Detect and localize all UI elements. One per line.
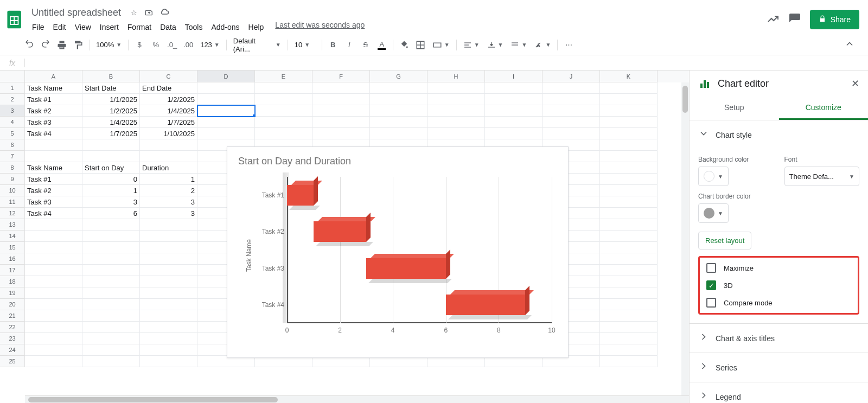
sheets-logo[interactable] <box>4 9 26 30</box>
cell[interactable]: End Date <box>140 82 197 94</box>
cell[interactable] <box>82 310 140 322</box>
cell[interactable] <box>82 299 140 310</box>
cell[interactable] <box>25 253 82 265</box>
cell[interactable] <box>140 344 197 356</box>
valign-dropdown[interactable]: ▼ <box>484 41 507 49</box>
cell[interactable] <box>600 219 658 231</box>
cell[interactable] <box>600 265 658 276</box>
col-header[interactable]: G <box>370 71 427 82</box>
cell[interactable] <box>542 94 600 105</box>
print-icon[interactable] <box>54 37 69 53</box>
row-header[interactable]: 8 <box>0 162 25 174</box>
cell[interactable] <box>600 162 658 174</box>
cell[interactable] <box>140 151 197 162</box>
horizontal-scrollbar[interactable] <box>25 395 689 403</box>
menu-edit[interactable]: Edit <box>49 21 70 34</box>
cell[interactable] <box>542 128 600 139</box>
row-header[interactable]: 7 <box>0 151 25 162</box>
cell[interactable] <box>82 219 140 231</box>
section-series[interactable]: Series <box>690 353 868 382</box>
row-header[interactable]: 9 <box>0 174 25 185</box>
cell[interactable] <box>600 310 658 322</box>
cell[interactable] <box>25 310 82 322</box>
cell[interactable] <box>25 299 82 310</box>
cell[interactable] <box>600 253 658 265</box>
cell[interactable]: Task Name <box>25 82 82 94</box>
row-header[interactable]: 14 <box>0 231 25 242</box>
cell[interactable]: Task #2 <box>25 185 82 196</box>
activity-icon[interactable] <box>767 12 780 27</box>
row-header[interactable]: 24 <box>0 344 25 356</box>
cell[interactable] <box>255 128 312 139</box>
cell[interactable]: Start Date <box>82 82 140 94</box>
cell[interactable] <box>82 139 140 151</box>
section-legend[interactable]: Legend <box>690 382 868 403</box>
cell[interactable] <box>25 333 82 344</box>
checkbox-maximize[interactable]: Maximize <box>706 263 851 273</box>
row-header[interactable]: 21 <box>0 310 25 322</box>
row-header[interactable]: 19 <box>0 287 25 299</box>
cell[interactable] <box>485 82 542 94</box>
cell[interactable] <box>140 231 197 242</box>
menu-format[interactable]: Format <box>124 21 155 34</box>
cell[interactable]: 2 <box>140 185 197 196</box>
cell[interactable] <box>25 344 82 356</box>
menu-help[interactable]: Help <box>245 21 268 34</box>
section-chart-axis-titles[interactable]: Chart & axis titles <box>690 324 868 353</box>
cell[interactable] <box>600 287 658 299</box>
col-header[interactable]: C <box>140 71 197 82</box>
cell[interactable]: Task #3 <box>25 196 82 208</box>
cell[interactable] <box>427 117 485 128</box>
row-header[interactable]: 5 <box>0 128 25 139</box>
cloud-icon[interactable] <box>159 7 170 18</box>
border-color-button[interactable]: ▼ <box>698 203 729 223</box>
cell[interactable] <box>82 356 140 367</box>
bold-icon[interactable]: B <box>326 37 341 53</box>
row-header[interactable]: 22 <box>0 322 25 333</box>
cell[interactable] <box>600 105 658 117</box>
cell[interactable] <box>82 231 140 242</box>
cell[interactable]: 3 <box>140 196 197 208</box>
cell[interactable] <box>140 242 197 253</box>
cell[interactable] <box>25 242 82 253</box>
cell[interactable] <box>82 253 140 265</box>
cell[interactable] <box>255 82 312 94</box>
cell[interactable] <box>542 105 600 117</box>
cell[interactable] <box>600 82 658 94</box>
cell[interactable] <box>25 322 82 333</box>
cell[interactable] <box>140 253 197 265</box>
cell[interactable] <box>82 333 140 344</box>
cell[interactable]: 1/4/2025 <box>140 105 197 117</box>
halign-dropdown[interactable]: ▼ <box>460 41 483 49</box>
row-header[interactable]: 17 <box>0 265 25 276</box>
col-header[interactable]: B <box>82 71 140 82</box>
cell[interactable] <box>25 231 82 242</box>
cell[interactable]: Task #4 <box>25 208 82 219</box>
col-header[interactable]: J <box>542 71 600 82</box>
close-icon[interactable]: ✕ <box>851 78 859 89</box>
cell[interactable] <box>600 151 658 162</box>
embedded-chart[interactable]: Start on Day and Duration Task Name 0246… <box>227 146 569 358</box>
cell[interactable]: Task #3 <box>25 117 82 128</box>
cell[interactable] <box>25 287 82 299</box>
paint-format-icon[interactable] <box>71 37 86 53</box>
merge-dropdown[interactable]: ▼ <box>429 40 453 50</box>
col-header[interactable]: H <box>427 71 485 82</box>
menu-addons[interactable]: Add-ons <box>207 21 243 34</box>
text-color-icon[interactable]: A <box>374 37 390 53</box>
strikethrough-icon[interactable]: S <box>358 37 373 53</box>
cell[interactable] <box>82 242 140 253</box>
cell[interactable]: 1/10/2025 <box>140 128 197 139</box>
cell[interactable]: Task Name <box>25 162 82 174</box>
more-tools-icon[interactable]: ⋯ <box>561 37 576 53</box>
cell[interactable] <box>485 128 542 139</box>
more-formats-dropdown[interactable]: 123▼ <box>197 41 223 49</box>
fx-icon[interactable]: fx <box>0 59 25 67</box>
cell[interactable] <box>600 356 658 367</box>
cell[interactable]: 6 <box>82 208 140 219</box>
increase-decimal-icon[interactable]: .00 <box>181 37 196 53</box>
col-header[interactable]: E <box>255 71 312 82</box>
currency-icon[interactable]: $ <box>132 37 147 53</box>
cell[interactable] <box>370 82 427 94</box>
decrease-decimal-icon[interactable]: .0_ <box>164 37 180 53</box>
